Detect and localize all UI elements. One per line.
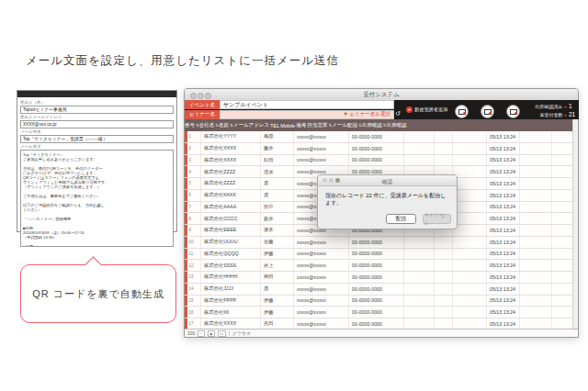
cell-tel[interactable]: 00-0000-0000 xyxy=(348,237,403,248)
cell-tel[interactable]: 00-0000-0000 xyxy=(348,249,403,260)
column-header[interactable]: Mobile xyxy=(280,123,296,128)
cell-attend2[interactable] xyxy=(551,155,574,166)
cell-mobile[interactable] xyxy=(403,260,434,271)
cell-attend2[interactable] xyxy=(551,225,574,236)
cell-company[interactable]: 株式会社CCCC xyxy=(200,213,260,224)
field-input[interactable]: Tspoizセミナー事務局 xyxy=(20,106,174,114)
cell-email[interactable]: xxxxx@xxxxx xyxy=(293,249,348,260)
table-row[interactable]: 2 株式会社XXXX 藤井 xxxxx@xxxxx 00-0000-0000 0… xyxy=(185,143,574,155)
cell-attend[interactable] xyxy=(519,155,551,166)
cell-attend[interactable] xyxy=(519,166,551,177)
cell-mobile[interactable] xyxy=(403,307,434,318)
cell-tel[interactable]: 00-0000-0000 xyxy=(348,296,403,307)
cell-sales[interactable] xyxy=(452,260,486,271)
vertical-scrollbar[interactable] xyxy=(572,119,578,330)
cell-tel[interactable]: 00-0000-0000 xyxy=(348,143,403,154)
cell-attend[interactable] xyxy=(519,249,551,260)
cell-note[interactable] xyxy=(434,296,452,307)
table-row[interactable]: 10 株式会社UUUU 佐藤 xxxxx@xxxxx 00-0000-0000 … xyxy=(185,237,574,249)
cell-mobile[interactable] xyxy=(403,143,434,154)
preview-icon[interactable]: ▭ xyxy=(218,330,226,337)
cell-company[interactable]: 株式会社HHHH xyxy=(200,272,260,283)
cell-sales[interactable] xyxy=(452,143,486,154)
cell-email[interactable]: xxxxx@xxxxx xyxy=(293,318,348,330)
cell-attend[interactable] xyxy=(519,225,551,236)
cell-attend2[interactable] xyxy=(551,260,574,271)
cell-name[interactable]: 梅原 xyxy=(260,131,293,142)
cell-name[interactable]: 清水 xyxy=(260,166,293,177)
cell-company[interactable]: 株式会社JJJJ xyxy=(200,284,260,295)
column-header[interactable]: 備考 xyxy=(296,122,307,128)
cell-note[interactable] xyxy=(434,249,452,260)
cell-attend[interactable] xyxy=(519,272,551,283)
cell-company[interactable]: 株式会社SSSS xyxy=(200,260,260,271)
add-attendee-button[interactable]: + 新規受講者追加 xyxy=(406,105,447,115)
cell-note[interactable] xyxy=(434,143,452,154)
cell-name[interactable]: 佐藤 xyxy=(260,237,293,248)
cell-name[interactable]: 井上 xyxy=(260,260,293,271)
cell-mobile[interactable] xyxy=(403,249,434,260)
cell-mobile[interactable] xyxy=(403,284,434,295)
cell-note[interactable] xyxy=(434,237,452,248)
column-header[interactable]: 担当営業 ⇅ xyxy=(307,122,332,128)
cell-mobile[interactable] xyxy=(403,318,434,330)
cell-attend[interactable] xyxy=(519,260,551,271)
cell-sales[interactable] xyxy=(452,155,486,166)
cell-mobile[interactable] xyxy=(403,237,434,248)
mail-body-textarea[interactable]: Tsp「サミさセミナー」 ご参加お申し込みありがとうございます。 当日は、添付の… xyxy=(20,150,174,247)
cell-company[interactable]: 株式会社ZZZZ xyxy=(200,166,260,177)
cell-tel[interactable]: 00-0000-0000 xyxy=(348,284,403,295)
cell-attend[interactable] xyxy=(519,307,551,318)
cell-mobile[interactable] xyxy=(403,131,434,142)
cell-note[interactable] xyxy=(434,131,452,142)
cell-tel[interactable]: 00-0000-0000 xyxy=(348,272,403,283)
cell-email[interactable]: xxxxx@xxxxx xyxy=(293,131,348,142)
column-header[interactable]: メールアドレス xyxy=(233,122,270,128)
cell-attend2[interactable] xyxy=(551,202,574,213)
table-row[interactable]: 11 株式会社QQQQ 伊藤 xxxxx@xxxxx 00-0000-0000 … xyxy=(185,249,574,261)
cell-name[interactable]: 新井 xyxy=(260,213,293,224)
cell-mobile[interactable] xyxy=(403,296,434,307)
ticket-button[interactable] xyxy=(481,105,494,118)
field-input[interactable]: XXXX@xxx.co.jp xyxy=(20,120,174,128)
cell-attend[interactable] xyxy=(519,143,551,154)
cell-attend2[interactable] xyxy=(551,131,574,142)
cell-attend2[interactable] xyxy=(551,284,574,295)
cell-attend[interactable] xyxy=(519,237,551,248)
cancel-button[interactable]: キャンセル xyxy=(423,214,451,224)
table-row[interactable]: 16 株式会社IIII 伊藤 xxxxx@xxxxx 00-0000-0000 … xyxy=(185,307,574,318)
cell-attend2[interactable] xyxy=(551,318,574,330)
event-name-input[interactable]: サンプルイベント xyxy=(220,100,394,109)
cell-company[interactable]: 株式会社AAAA xyxy=(200,202,260,213)
cell-name[interactable]: 杉田 xyxy=(260,155,293,166)
cell-attend[interactable] xyxy=(519,202,551,213)
cell-attend[interactable] xyxy=(519,318,551,330)
send-mail-button[interactable] xyxy=(455,105,469,118)
cell-sales[interactable] xyxy=(452,284,486,295)
cell-email[interactable]: xxxxx@xxxxx xyxy=(293,155,348,166)
cell-name[interactable]: 伊藤 xyxy=(260,249,293,260)
cell-note[interactable] xyxy=(434,284,452,295)
cell-name[interactable]: 原 xyxy=(260,284,293,295)
mode-label[interactable]: ブラウズ xyxy=(232,330,251,336)
column-header[interactable]: 出席確認 ⇅ xyxy=(362,122,387,128)
cell-name[interactable]: 藤井 xyxy=(260,143,293,154)
field-input[interactable]: Tsp「サミさセミナー」受講票（○○○○様） xyxy=(20,135,174,143)
cell-company[interactable]: 株式会社XXXX xyxy=(200,143,260,154)
cell-attend2[interactable] xyxy=(551,272,574,283)
cell-tel[interactable]: 00-0000-0000 xyxy=(348,318,403,330)
cell-name[interactable]: 原 xyxy=(260,190,293,201)
cell-sales[interactable] xyxy=(452,296,486,307)
cell-company[interactable]: 株式会社ZZZZ xyxy=(200,178,260,189)
cell-attend2[interactable] xyxy=(551,213,574,224)
column-header[interactable]: 出席確認 xyxy=(387,122,408,128)
table-row[interactable]: 14 株式会社JJJJ 原 xxxxx@xxxxx 00-0000-0000 0… xyxy=(185,284,574,296)
cell-attend2[interactable] xyxy=(551,307,574,318)
table-row[interactable]: 3 株式会社XXXX 杉田 xxxxx@xxxxx 00-0000-0000 0… xyxy=(185,155,574,167)
cell-email[interactable]: xxxxx@xxxxx xyxy=(293,307,348,318)
reload-icon[interactable]: ↺ xyxy=(395,110,401,117)
deliver-button[interactable]: 配信 xyxy=(386,214,416,224)
cell-attend2[interactable] xyxy=(551,249,574,260)
cell-note[interactable] xyxy=(434,260,452,271)
column-header[interactable]: 番号 ⇅ xyxy=(185,122,199,128)
